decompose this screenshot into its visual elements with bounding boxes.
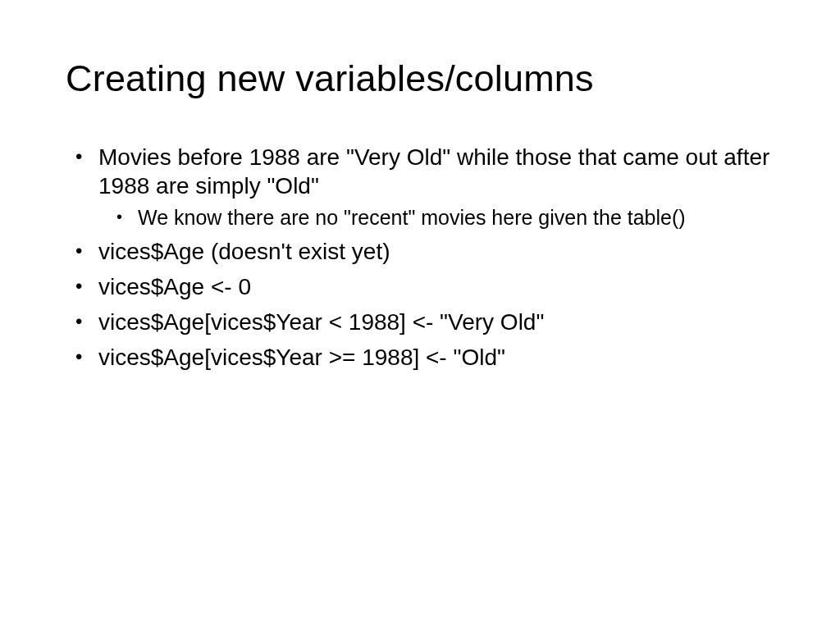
bullet-text: Movies before 1988 are "Very Old" while … xyxy=(98,144,769,199)
bullet-item: vices$Age <- 0 xyxy=(98,272,774,301)
sub-bullet-text: We know there are no "recent" movies her… xyxy=(138,206,686,229)
sub-bullet-item: We know there are no "recent" movies her… xyxy=(138,205,774,231)
bullet-text: vices$Age <- 0 xyxy=(98,274,251,299)
bullet-text: vices$Age (doesn't exist yet) xyxy=(98,239,390,264)
bullet-item: Movies before 1988 are "Very Old" while … xyxy=(98,143,774,231)
bullet-item: vices$Age[vices$Year >= 1988] <- "Old" xyxy=(98,343,774,372)
bullet-list: Movies before 1988 are "Very Old" while … xyxy=(66,143,774,372)
slide-body: Movies before 1988 are "Very Old" while … xyxy=(66,143,774,372)
sub-bullet-list: We know there are no "recent" movies her… xyxy=(98,205,774,231)
bullet-item: vices$Age[vices$Year < 1988] <- "Very Ol… xyxy=(98,308,774,336)
slide-title: Creating new variables/columns xyxy=(66,57,774,100)
bullet-text: vices$Age[vices$Year < 1988] <- "Very Ol… xyxy=(98,309,544,335)
bullet-text: vices$Age[vices$Year >= 1988] <- "Old" xyxy=(98,345,505,370)
bullet-item: vices$Age (doesn't exist yet) xyxy=(98,237,774,266)
